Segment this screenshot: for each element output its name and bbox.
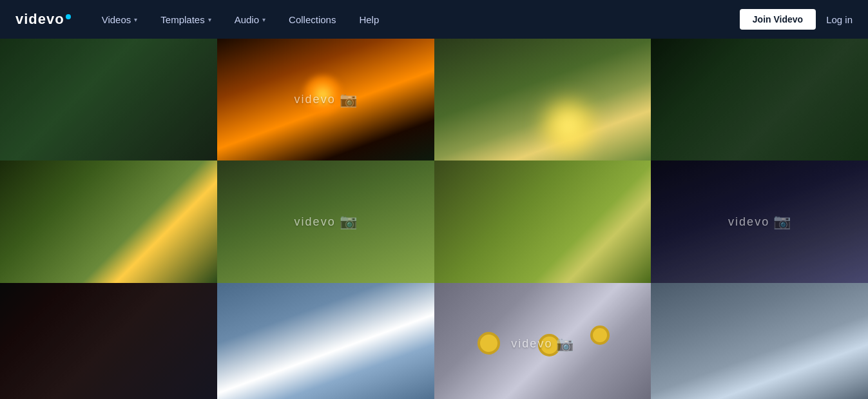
video-card[interactable] (217, 283, 434, 399)
video-card[interactable] (434, 39, 651, 161)
nav-right: Join Videvo Log in (740, 9, 853, 30)
logo-dot (66, 14, 71, 19)
video-card[interactable] (0, 39, 217, 161)
nav-help-label: Help (359, 14, 379, 25)
video-card[interactable]: videvo 📷 (217, 161, 434, 282)
chevron-down-icon: ▾ (262, 16, 265, 23)
logo-text: videvo (15, 11, 64, 28)
video-card[interactable]: videvo 📷 (651, 161, 868, 282)
chevron-down-icon: ▾ (208, 16, 211, 23)
video-card[interactable] (0, 283, 217, 399)
chevron-down-icon: ▾ (134, 16, 137, 23)
login-button[interactable]: Log in (826, 14, 853, 25)
navbar: videvo Videos ▾ Templates ▾ Audio ▾ Coll… (0, 0, 868, 39)
video-card[interactable] (651, 39, 868, 161)
nav-audio[interactable]: Audio ▾ (224, 9, 276, 30)
nav-videos[interactable]: Videos ▾ (92, 9, 148, 30)
nav-templates[interactable]: Templates ▾ (150, 9, 221, 30)
join-button[interactable]: Join Videvo (740, 9, 816, 30)
nav-menu: Videos ▾ Templates ▾ Audio ▾ Collections… (92, 9, 740, 30)
video-card[interactable] (0, 161, 217, 282)
video-card[interactable]: videvo 📷 (434, 283, 651, 399)
nav-audio-label: Audio (235, 14, 259, 25)
logo[interactable]: videvo (15, 11, 71, 28)
video-card[interactable] (434, 161, 651, 282)
video-grid: videvo 📷 videvo 📷 videvo (0, 39, 868, 399)
video-card[interactable]: videvo 📷 (217, 39, 434, 161)
nav-collections-label: Collections (289, 14, 336, 25)
nav-collections[interactable]: Collections (278, 9, 346, 30)
nav-videos-label: Videos (102, 14, 131, 25)
nav-templates-label: Templates (160, 14, 204, 25)
video-card[interactable] (651, 283, 868, 399)
nav-help[interactable]: Help (349, 9, 389, 30)
